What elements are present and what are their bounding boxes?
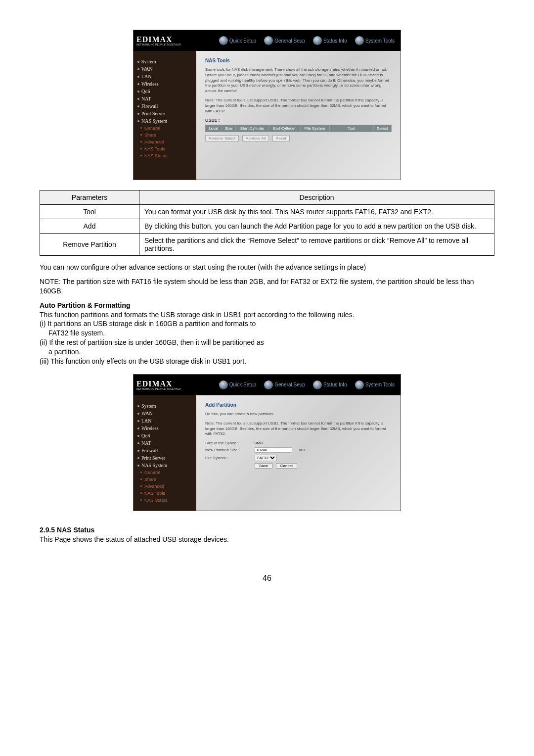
tab-quick-setup[interactable]: Quick Setup (216, 379, 259, 390)
sidebar-item-general[interactable]: General (137, 469, 192, 476)
globe-icon (355, 36, 364, 45)
sidebar-item-label: NAS System (141, 463, 167, 468)
sidebar-item-firewall[interactable]: Firewall (137, 102, 192, 110)
sidebar: System WAN LAN Wireless QoS NAT Firewall… (134, 395, 196, 511)
sidebar-item-wan[interactable]: WAN (137, 410, 192, 417)
col-local: Local (206, 125, 222, 132)
globe-icon (264, 36, 273, 45)
content-note: Note: The current tools just support USB… (205, 98, 392, 114)
param-cell: Tool (40, 205, 139, 219)
tab-label: System Tools (365, 382, 395, 387)
tab-system-tools[interactable]: System Tools (352, 379, 398, 390)
sidebar-item-share[interactable]: Share (137, 132, 192, 139)
remove-select-button[interactable]: Remove Select (205, 135, 239, 142)
sidebar-item-nas-status[interactable]: NAS Status (137, 152, 192, 159)
sidebar-item-label: NAS System (141, 118, 167, 124)
row-file-system: File System : FAT32 (205, 455, 392, 461)
sidebar-item-label: NAS Status (144, 498, 168, 503)
sidebar-item-wireless[interactable]: Wireless (137, 425, 192, 432)
sidebar-item-advanced[interactable]: Advanced (137, 139, 192, 145)
sidebar-item-share[interactable]: Share (137, 476, 192, 483)
th-description: Description (139, 190, 494, 205)
globe-icon (264, 380, 273, 389)
nas-status-heading: 2.9.5 NAS Status (40, 526, 494, 534)
sidebar-item-nat[interactable]: NAT (137, 95, 192, 102)
rule-2b: a partition. (40, 347, 81, 357)
sidebar-item-system[interactable]: System (137, 402, 192, 410)
file-system-select[interactable]: FAT32 (255, 455, 277, 461)
sidebar-item-wireless[interactable]: Wireless (137, 80, 192, 88)
sidebar-item-label: NAS Tools (144, 491, 165, 496)
logo: EDIMAX NETWORKING PEOPLE TOGETHER (134, 379, 191, 390)
sidebar-item-nas-tools[interactable]: NAS Tools (137, 490, 192, 497)
tab-quick-setup[interactable]: Quick Setup (216, 35, 259, 46)
sidebar-item-label: Firewall (141, 103, 158, 109)
globe-icon (313, 36, 322, 45)
sidebar-item-print-server[interactable]: Print Server (137, 110, 192, 117)
tab-general-setup[interactable]: General Seup (261, 35, 308, 46)
sidebar-item-system[interactable]: System (137, 58, 192, 65)
sidebar-item-label: Print Server (141, 455, 165, 461)
sidebar-item-nas-status[interactable]: NAS Status (137, 497, 192, 504)
tab-label: General Seup (274, 38, 305, 44)
sidebar-item-nas-system[interactable]: NAS System (137, 117, 192, 125)
size-of-space-value: 0MB (255, 441, 263, 445)
file-system-label: File System : (205, 456, 255, 460)
sidebar-item-label: NAT (141, 440, 151, 446)
sidebar-item-general[interactable]: General (137, 125, 192, 132)
auto-partition-heading: Auto Partition & Formatting (40, 301, 131, 309)
sidebar-item-label: LAN (141, 74, 152, 79)
globe-icon (219, 380, 228, 389)
sidebar-item-nas-tools[interactable]: NAS Tools (137, 145, 192, 152)
router-header: EDIMAX NETWORKING PEOPLE TOGETHER Quick … (134, 30, 400, 51)
sidebar-item-advanced[interactable]: Advanced (137, 483, 192, 490)
col-size: Size (222, 125, 236, 132)
param-cell: Add (40, 219, 139, 234)
sidebar-item-label: NAS Tools (144, 146, 165, 151)
sidebar-item-wan[interactable]: WAN (137, 65, 192, 73)
partition-table: Local Size Start Cylinder End Cylinder F… (205, 125, 392, 132)
router-panel-nas-tools: EDIMAX NETWORKING PEOPLE TOGETHER Quick … (133, 30, 401, 180)
cancel-button[interactable]: Cancel (276, 463, 297, 469)
tab-status-info[interactable]: Status Info (310, 379, 350, 390)
remove-all-button[interactable]: Remove All (242, 135, 269, 142)
tab-label: Quick Setup (229, 38, 256, 44)
globe-icon (313, 380, 322, 389)
desc-cell: Select the partitions and click the “Rem… (139, 234, 494, 256)
new-partition-size-input[interactable] (255, 447, 292, 453)
parameters-table: Parameters Description Tool You can form… (40, 190, 494, 256)
tab-status-info[interactable]: Status Info (310, 35, 350, 46)
sidebar-item-lan[interactable]: LAN (137, 73, 192, 80)
mb-label: MB (299, 448, 305, 452)
save-button[interactable]: Save (255, 463, 272, 469)
col-select: Select (373, 125, 391, 132)
sidebar-item-firewall[interactable]: Firewall (137, 447, 192, 454)
new-partition-size-label: New Partition Size : (205, 448, 255, 452)
sidebar-item-print-server[interactable]: Print Server (137, 454, 192, 462)
content-intro: Do this, you can create a new partition! (205, 412, 392, 417)
sidebar-item-lan[interactable]: LAN (137, 417, 192, 425)
sidebar-item-qos[interactable]: QoS (137, 432, 192, 439)
size-of-space-label: Size of the Space : (205, 441, 255, 445)
content-area: NAS Tools Some tools for NAS disk manage… (196, 51, 400, 180)
tab-system-tools[interactable]: System Tools (352, 35, 398, 46)
sidebar-item-label: NAT (141, 96, 151, 101)
content-title: Add Partition (205, 402, 392, 408)
brand-tagline: NETWORKING PEOPLE TOGETHER (136, 387, 191, 390)
content-title: NAS Tools (205, 58, 392, 63)
row-new-partition-size: New Partition Size : MB (205, 447, 392, 453)
sidebar-item-qos[interactable]: QoS (137, 88, 192, 95)
sidebar-item-nat[interactable]: NAT (137, 439, 192, 447)
sidebar-item-nas-system[interactable]: NAS System (137, 462, 192, 469)
param-cell: Remove Partition (40, 234, 139, 256)
rule-1a: (i) It partitions an USB storage disk in… (40, 320, 256, 328)
th-parameters: Parameters (40, 190, 139, 205)
auto-intro: This function partitions and formats the… (40, 311, 355, 319)
sidebar-item-label: General (144, 126, 160, 131)
tab-general-setup[interactable]: General Seup (261, 379, 308, 390)
col-start: Start Cylinder (236, 125, 269, 132)
doc-note: NOTE: The partition size with FAT16 file… (40, 277, 494, 296)
nas-status-text: This Page shows the status of attached U… (40, 535, 494, 544)
tab-label: System Tools (365, 38, 395, 44)
reset-button[interactable]: Reset (272, 135, 290, 142)
